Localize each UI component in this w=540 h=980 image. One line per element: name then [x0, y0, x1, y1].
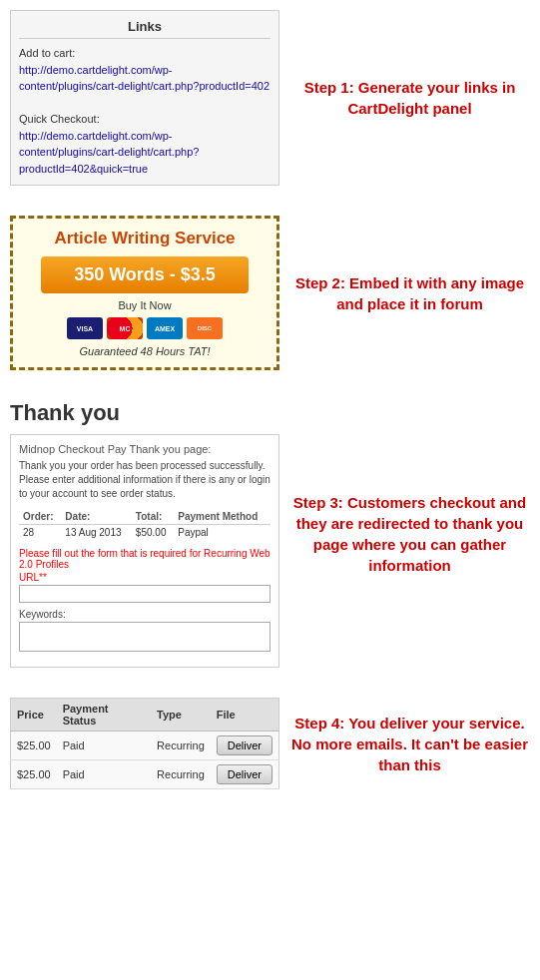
deliver-section: Price Payment Status Type File $25.00 Pa…	[0, 688, 540, 799]
mastercard-icon: MC	[107, 317, 143, 339]
banner-buy-now: Buy It Now	[23, 299, 267, 311]
col-date: Date:	[61, 509, 132, 525]
step3-text-area: Step 3: Customers checkout and they are …	[279, 400, 540, 668]
links-section: Links Add to cart: http://demo.cartdelig…	[0, 0, 540, 196]
col-file-header: File	[211, 699, 279, 732]
keywords-input[interactable]	[19, 622, 270, 652]
step4-text-area: Step 4: You deliver your service. No mor…	[279, 698, 540, 789]
thankyou-inner: Midnop Checkout Pay Thank you page: Than…	[10, 434, 279, 668]
step3-label: Step 3: Customers checkout and they are …	[289, 492, 530, 576]
thankyou-order-table: Order: Date: Total: Payment Method 28 13…	[19, 509, 270, 540]
banner-box: Article Writing Service 350 Words - $3.5…	[10, 216, 279, 370]
step2-label: Step 2: Embed it with any image and plac…	[289, 272, 530, 314]
thankyou-page-label: Midnop Checkout Pay Thank you page:	[19, 443, 270, 455]
thankyou-section: Thank you Midnop Checkout Pay Thank you …	[0, 390, 540, 678]
step1-text-area: Step 1: Generate your links in CartDelig…	[279, 10, 540, 186]
thankyou-box: Thank you Midnop Checkout Pay Thank you …	[10, 400, 279, 668]
order-payment: Paypal	[174, 525, 270, 541]
url-input[interactable]	[19, 585, 270, 603]
quick-checkout-label: Quick Checkout:	[19, 113, 100, 125]
deliver-table-header-row: Price Payment Status Type File	[11, 699, 279, 732]
deliver-table: Price Payment Status Type File $25.00 Pa…	[10, 698, 279, 789]
banner-section: Article Writing Service 350 Words - $3.5…	[0, 206, 540, 380]
row1-deliver-cell: Deliver	[211, 732, 279, 760]
keywords-label: Keywords:	[19, 609, 270, 620]
step1-label: Step 1: Generate your links in CartDelig…	[289, 77, 530, 119]
banner-price-button[interactable]: 350 Words - $3.5	[41, 256, 248, 293]
table-row: $25.00 Paid Recurring Deliver	[11, 732, 279, 760]
order-total: $50.00	[132, 525, 174, 541]
col-price-header: Price	[11, 699, 57, 732]
col-payment-status-header: Payment Status	[57, 699, 151, 732]
order-number: 28	[19, 525, 61, 541]
recurring-link[interactable]: Recurring	[204, 548, 247, 559]
table-row: $25.00 Paid Recurring Deliver	[11, 760, 279, 789]
banner-title: Article Writing Service	[23, 229, 267, 248]
col-total: Total:	[132, 509, 174, 525]
step4-label: Step 4: You deliver your service. No mor…	[289, 713, 530, 775]
links-box: Links Add to cart: http://demo.cartdelig…	[10, 10, 279, 186]
links-box-title: Links	[19, 19, 270, 39]
banner-guarantee: Guaranteed 48 Hours TAT!	[23, 345, 267, 357]
quick-checkout-url[interactable]: http://demo.cartdelight.com/wp-content/p…	[19, 130, 199, 175]
amex-icon: AMEX	[147, 317, 183, 339]
url-label: URL**	[19, 572, 270, 583]
form-intro-text: Please fill out the form that is require…	[19, 548, 270, 570]
banner-cards: VISA MC AMEX DISC	[23, 317, 267, 339]
table-row: 28 13 Aug 2013 $50.00 Paypal	[19, 525, 270, 541]
col-order: Order:	[19, 509, 61, 525]
col-payment: Payment Method	[174, 509, 270, 525]
step2-text-area: Step 2: Embed it with any image and plac…	[279, 216, 540, 370]
links-box-content: Add to cart: http://demo.cartdelight.com…	[19, 45, 270, 177]
deliver-box: Price Payment Status Type File $25.00 Pa…	[10, 698, 279, 789]
add-to-cart-url[interactable]: http://demo.cartdelight.com/wp-content/p…	[19, 64, 270, 93]
thankyou-heading: Thank you	[10, 400, 279, 426]
row1-price: $25.00	[11, 732, 57, 760]
row1-status: Paid	[57, 732, 151, 760]
row1-deliver-button[interactable]: Deliver	[217, 735, 272, 755]
col-type-header: Type	[151, 699, 211, 732]
add-to-cart-label: Add to cart:	[19, 47, 75, 59]
order-date: 13 Aug 2013	[61, 525, 132, 541]
row2-price: $25.00	[11, 760, 57, 789]
row2-status: Paid	[57, 760, 151, 789]
thankyou-description: Thank you your order has been processed …	[19, 459, 270, 501]
row1-type: Recurring	[151, 732, 211, 760]
discover-icon: DISC	[187, 317, 223, 339]
visa-card-icon: VISA	[67, 317, 103, 339]
row2-deliver-cell: Deliver	[211, 760, 279, 789]
row2-type: Recurring	[151, 760, 211, 789]
row2-deliver-button[interactable]: Deliver	[217, 764, 272, 784]
